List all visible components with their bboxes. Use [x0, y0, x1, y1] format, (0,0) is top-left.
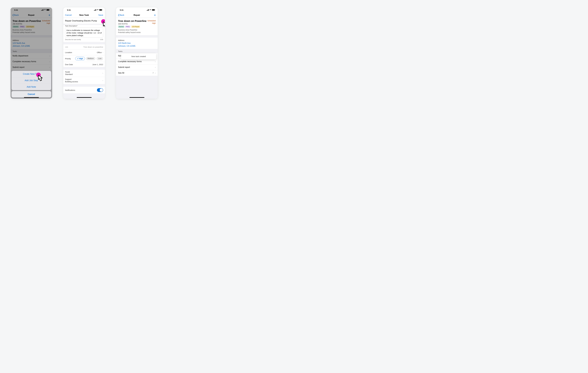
check-icon: [77, 58, 79, 59]
home-indicator: [129, 97, 144, 98]
page-title: New Task: [79, 14, 89, 16]
see-all-row[interactable]: See All 7 ›: [116, 70, 158, 76]
description-hint: Describe the task briefly: [65, 39, 81, 41]
description-counter: 5/30: [100, 39, 103, 41]
address-label: Address: [118, 39, 156, 41]
cancel-button[interactable]: Cancel: [65, 14, 72, 16]
chevron-right-icon: ›: [102, 79, 103, 82]
toolkit-row[interactable]: Tookit Standard ›: [63, 70, 105, 77]
task-row[interactable]: Complete necessary forms ›: [116, 59, 158, 64]
screen-new-task-form: 9:41 Cancel New Task Save Task Descripti…: [63, 7, 105, 99]
job-title: Tree down on Powerline: [118, 20, 147, 22]
status-scheduled: Scheduled: [147, 20, 156, 22]
status-bar: 9:41: [116, 7, 158, 12]
home-indicator: [77, 97, 92, 98]
support-row[interactable]: Support Building access ›: [63, 77, 105, 84]
svg-rect-9: [94, 10, 95, 11]
screen-task-created-toast: 9:41 Back Repair + Tree down on Powerlin…: [116, 7, 158, 99]
tag-started: Started: [118, 26, 124, 28]
priority-row: Priority High Medium Low: [63, 55, 105, 62]
chevron-right-icon: ›: [155, 66, 156, 69]
toast-notification: New task created: [121, 53, 156, 59]
status-priority: High: [147, 22, 156, 25]
desc-line-1: Business Area Powerline: [118, 29, 156, 31]
svg-rect-21: [152, 10, 155, 10]
content-area: Task Description* Describe the task brie…: [63, 18, 105, 99]
sheet-cancel[interactable]: Cancel: [11, 91, 51, 97]
sheet-add-note[interactable]: Add Note: [11, 84, 51, 90]
home-indicator: [24, 97, 39, 98]
notifications-toggle[interactable]: [97, 88, 103, 92]
status-time: 9:41: [67, 9, 71, 11]
chevron-left-icon: [118, 14, 119, 16]
status-bar: 9:41: [63, 7, 105, 12]
tag-pm: PM01: [125, 26, 130, 28]
add-button[interactable]: +: [154, 13, 156, 17]
address-link[interactable]: 123 North Ave Johnson, CA 12345: [118, 42, 156, 47]
priority-high[interactable]: High: [75, 57, 85, 60]
task-title-input[interactable]: [65, 18, 103, 24]
sheet-add-job-step[interactable]: Add Job Step: [11, 77, 51, 84]
screen-action-sheet: 9:41 Back Repair + Tree down on Powerlin…: [10, 7, 52, 99]
description-textarea[interactable]: [65, 28, 103, 38]
svg-rect-19: [148, 9, 149, 11]
svg-rect-8: [94, 10, 94, 11]
svg-rect-10: [95, 10, 95, 11]
priority-medium[interactable]: Medium: [86, 57, 95, 60]
svg-rect-13: [99, 10, 102, 10]
svg-rect-11: [96, 9, 96, 11]
page-title: Repair: [134, 14, 140, 16]
status-time: 9:41: [120, 9, 124, 11]
description-label: Task Description*: [65, 25, 103, 27]
save-button[interactable]: Save: [98, 14, 103, 16]
chevron-right-icon: ›: [155, 72, 156, 74]
chevron-right-icon: ›: [102, 72, 103, 74]
nav-bar: Cancel New Task Save: [63, 12, 105, 18]
sheet-create-task[interactable]: Create New Task: [11, 71, 51, 77]
action-sheet: Create New Task Add Job Step Add Note Ca…: [11, 71, 51, 97]
desc-line-2: Potential safety hazard exists: [118, 31, 156, 34]
svg-rect-14: [102, 10, 102, 10]
task-row[interactable]: Submit report ›: [116, 64, 158, 70]
location-row[interactable]: Location Office ›: [63, 50, 105, 55]
tag-repair: 103-Repair: [131, 26, 140, 28]
svg-rect-16: [147, 10, 147, 11]
svg-rect-17: [147, 10, 148, 11]
status-icons: [147, 9, 155, 11]
back-button[interactable]: Back: [118, 14, 124, 16]
status-icons: [94, 9, 102, 11]
due-date-row[interactable]: Due Date June 1, 2022: [63, 62, 105, 67]
job-row: Job Tree down on powerline: [63, 44, 105, 50]
chevron-right-icon: ›: [102, 51, 103, 54]
priority-low[interactable]: Low: [96, 57, 103, 60]
nav-bar: Back Repair +: [116, 12, 158, 18]
chevron-right-icon: ›: [155, 60, 156, 63]
see-all-count: 7: [153, 72, 154, 74]
job-number: Job 819701: [118, 23, 147, 25]
svg-rect-22: [155, 10, 155, 10]
notifications-row: Notifications: [63, 87, 105, 93]
svg-rect-18: [148, 10, 148, 11]
tasks-header: Tasks: [116, 49, 158, 53]
